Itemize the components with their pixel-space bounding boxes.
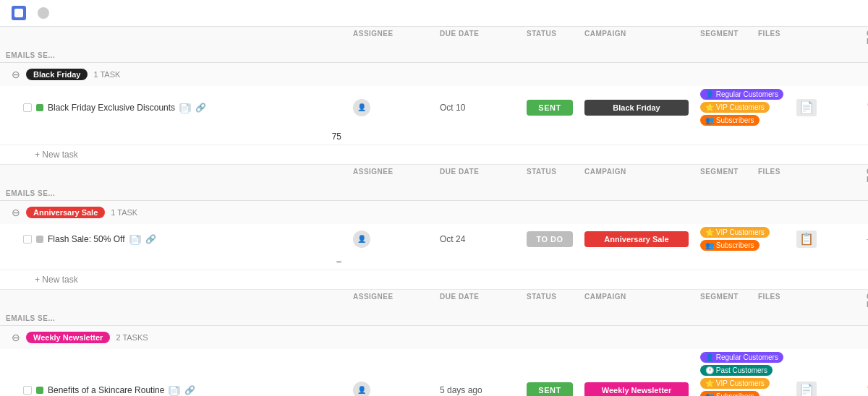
column-headers-row: ASSIGNEEDUE DATESTATUSCAMPAIGNSEGMENTFIL… — [0, 27, 868, 63]
column-header: SEGMENT — [694, 290, 752, 311]
task-color-dot — [36, 104, 43, 111]
group-collapse-icon[interactable]: ⊖ — [12, 207, 20, 218]
group-header-black-friday[interactable]: ⊖ Black Friday 1 TASK — [0, 63, 868, 86]
status-badge: SENT — [527, 100, 573, 116]
groups-container: ASSIGNEEDUE DATESTATUSCAMPAIGNSEGMENTFIL… — [0, 27, 868, 396]
column-header: DUE DATE — [434, 165, 521, 186]
segment-tag[interactable]: 👥 Subscribers — [700, 240, 760, 251]
link-icon: 🔗 — [195, 103, 206, 113]
task-row: Black Friday Exclusive Discounts 📄 🔗 👤Oc… — [0, 86, 868, 145]
campaign-cell[interactable]: Black Friday — [579, 97, 694, 119]
column-header: ASSIGNEE — [347, 27, 434, 48]
new-task-row[interactable]: + New task — [0, 145, 868, 164]
group-collapse-icon[interactable]: ⊖ — [12, 69, 20, 80]
status-badge: SENT — [527, 382, 573, 397]
column-headers-row: ASSIGNEEDUE DATESTATUSCAMPAIGNSEGMENTFIL… — [0, 165, 868, 201]
task-row: Flash Sale: 50% Off 📄 🔗 👤Oct 24TO DOAnni… — [0, 224, 868, 270]
status-cell[interactable]: SENT — [521, 97, 579, 119]
status-cell[interactable]: TO DO — [521, 228, 579, 250]
segment-cell: 👤 Regular Customers🕐 Past Customers⭐ VIP… — [694, 349, 752, 396]
column-header: EMAILS SE... — [0, 48, 347, 62]
column-header: DUE DATE — [434, 290, 521, 311]
assignee-cell: 👤 — [347, 379, 434, 397]
new-task-button[interactable] — [55, 10, 67, 16]
task-color-dot — [36, 236, 43, 243]
segment-tag[interactable]: 👥 Subscribers — [700, 391, 760, 396]
column-header: STATUS — [521, 165, 579, 186]
group-weekly-newsletter: ASSIGNEEDUE DATESTATUSCAMPAIGNSEGMENTFIL… — [0, 290, 868, 396]
column-header: FILES — [752, 27, 861, 48]
column-headers-row: ASSIGNEEDUE DATESTATUSCAMPAIGNSEGMENTFIL… — [0, 290, 868, 326]
task-name-cell: Benefits of a Skincare Routine 📄 🔗 — [0, 381, 347, 397]
segment-cell: ⭐ VIP Customers👥 Subscribers — [694, 224, 752, 254]
campaign-link-cell: – — [861, 231, 868, 247]
info-icon[interactable] — [38, 7, 49, 19]
link-icon: 🔗 — [184, 385, 195, 395]
due-date-cell: Oct 10 — [434, 100, 521, 116]
status-badge: TO DO — [527, 231, 573, 247]
files-cell: 📋 — [752, 228, 861, 251]
file-thumbnail[interactable]: 📄 — [796, 382, 817, 397]
assignee-cell: 👤 — [347, 228, 434, 251]
segment-tag[interactable]: 👤 Regular Customers — [700, 352, 783, 363]
file-thumbnail[interactable]: 📄 — [796, 99, 817, 116]
column-header — [0, 27, 347, 48]
campaign-link-cell[interactable]: 🔖 tool.com — [861, 382, 868, 397]
column-header: ASSIGNEE — [347, 165, 434, 186]
column-header: CAMPAIGN LINK — [861, 290, 868, 311]
group-label: Weekly Newsletter — [26, 332, 110, 343]
task-checkbox[interactable] — [23, 235, 32, 244]
status-cell[interactable]: SENT — [521, 379, 579, 397]
group-label: Black Friday — [26, 69, 88, 80]
group-count: 1 TASK — [111, 208, 137, 217]
column-header: STATUS — [521, 27, 579, 48]
column-header — [0, 290, 347, 311]
assignee-avatar[interactable]: 👤 — [353, 99, 370, 116]
segment-tag[interactable]: 🕐 Past Customers — [700, 365, 773, 376]
due-date-cell: 5 days ago — [434, 382, 521, 397]
campaign-badge: Anniversary Sale — [584, 231, 689, 247]
group-count: 1 TASK — [93, 70, 120, 79]
doc-icon: 📄 — [179, 103, 191, 112]
link-icon: 🔗 — [145, 234, 156, 244]
header-left — [12, 6, 67, 20]
column-header: CAMPAIGN — [579, 27, 694, 48]
group-header-weekly-newsletter[interactable]: ⊖ Weekly Newsletter 2 TASKS — [0, 326, 868, 349]
column-header: DUE DATE — [434, 27, 521, 48]
column-header: EMAILS SE... — [0, 311, 347, 325]
due-date-cell: Oct 24 — [434, 231, 521, 247]
column-header: CAMPAIGN LINK — [861, 27, 868, 48]
emails-sent-cell: – — [0, 254, 347, 270]
segment-cell: 👤 Regular Customers⭐ VIP Customers👥 Subs… — [694, 86, 752, 129]
assignee-avatar[interactable]: 👤 — [353, 231, 370, 248]
task-checkbox[interactable] — [23, 103, 32, 112]
file-thumbnail[interactable]: 📋 — [796, 231, 817, 248]
app-header — [0, 0, 868, 27]
task-name: Black Friday Exclusive Discounts — [48, 103, 175, 113]
new-task-row[interactable]: + New task — [0, 270, 868, 289]
segment-tag[interactable]: 👥 Subscribers — [700, 115, 760, 126]
task-name-cell: Black Friday Exclusive Discounts 📄 🔗 — [0, 98, 347, 117]
app-icon — [12, 6, 26, 20]
campaign-cell[interactable]: Weekly Newsletter — [579, 379, 694, 397]
group-black-friday: ASSIGNEEDUE DATESTATUSCAMPAIGNSEGMENTFIL… — [0, 27, 868, 165]
column-header: SEGMENT — [694, 27, 752, 48]
task-name-cell: Flash Sale: 50% Off 📄 🔗 — [0, 230, 347, 249]
column-header: CAMPAIGN — [579, 165, 694, 186]
task-name: Flash Sale: 50% Off — [48, 234, 125, 244]
emails-sent-cell: 75 — [0, 129, 347, 145]
group-label: Anniversary Sale — [26, 207, 105, 218]
doc-icon: 📄 — [129, 235, 141, 244]
column-header: STATUS — [521, 290, 579, 311]
campaign-cell[interactable]: Anniversary Sale — [579, 228, 694, 250]
column-header: FILES — [752, 290, 861, 311]
task-checkbox[interactable] — [23, 386, 32, 395]
campaign-link-cell[interactable]: 🔖 tool.com — [861, 100, 868, 116]
group-header-anniversary-sale[interactable]: ⊖ Anniversary Sale 1 TASK — [0, 201, 868, 224]
column-header: EMAILS SE... — [0, 186, 347, 200]
assignee-avatar[interactable]: 👤 — [353, 382, 370, 397]
group-collapse-icon[interactable]: ⊖ — [12, 332, 20, 343]
campaign-badge: Black Friday — [584, 100, 689, 116]
group-anniversary-sale: ASSIGNEEDUE DATESTATUSCAMPAIGNSEGMENTFIL… — [0, 165, 868, 290]
column-header: ASSIGNEE — [347, 290, 434, 311]
